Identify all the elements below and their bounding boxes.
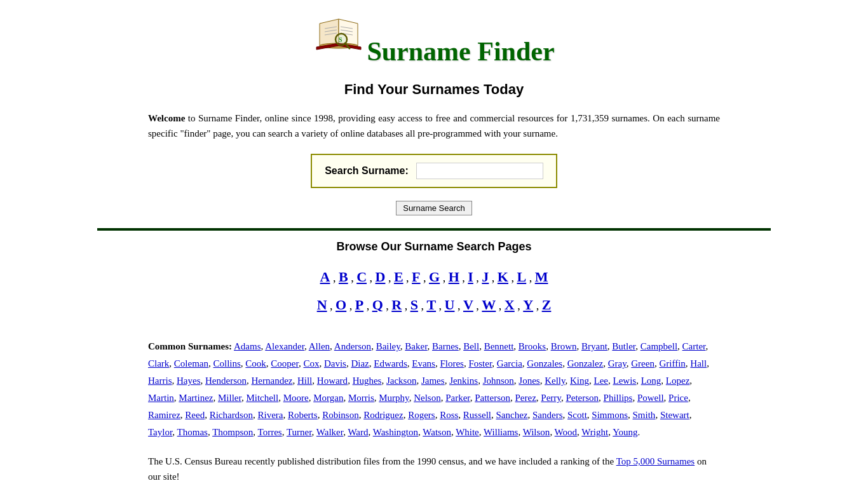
surname-link[interactable]: Gonzalez: [567, 358, 604, 369]
surname-link[interactable]: Peterson: [566, 393, 599, 403]
surname-link[interactable]: Anderson: [334, 341, 371, 351]
surname-link[interactable]: Hernandez: [251, 376, 292, 386]
surname-link[interactable]: Garcia: [497, 358, 522, 369]
surname-link[interactable]: Brown: [551, 341, 577, 351]
surname-link[interactable]: Powell: [637, 393, 664, 403]
alpha-link-u[interactable]: U: [445, 297, 455, 313]
surname-link[interactable]: Simmons: [592, 410, 628, 420]
surname-link[interactable]: Griffin: [659, 358, 685, 369]
alpha-link-h[interactable]: H: [449, 269, 459, 285]
alpha-link-f[interactable]: F: [412, 269, 420, 285]
surname-link[interactable]: Bennett: [484, 341, 514, 351]
surname-link[interactable]: Howard: [317, 376, 348, 386]
surname-link[interactable]: Brooks: [519, 341, 546, 351]
surname-link[interactable]: Davis: [324, 358, 346, 369]
alpha-link-d[interactable]: D: [376, 269, 386, 285]
surname-link[interactable]: Martinez: [179, 393, 213, 403]
alpha-link-y[interactable]: Y: [523, 297, 533, 313]
alpha-link-k[interactable]: K: [498, 269, 508, 285]
surname-link[interactable]: White: [456, 427, 479, 437]
surname-link[interactable]: Hall: [690, 358, 707, 369]
surname-link[interactable]: Williams: [484, 427, 518, 437]
surname-link[interactable]: Bryant: [581, 341, 607, 351]
surname-link[interactable]: Moore: [283, 393, 309, 403]
alpha-link-l[interactable]: L: [517, 269, 526, 285]
surname-link[interactable]: Roberts: [288, 410, 318, 420]
surname-link[interactable]: Russell: [463, 410, 491, 420]
surname-link[interactable]: Ward: [348, 427, 368, 437]
alpha-link-s[interactable]: S: [410, 297, 418, 313]
surname-link[interactable]: Allen: [309, 341, 330, 351]
surname-link[interactable]: Bell: [463, 341, 479, 351]
surname-link[interactable]: Miller: [218, 393, 241, 403]
surname-link[interactable]: Bailey: [376, 341, 400, 351]
surname-link[interactable]: Clark: [148, 358, 169, 369]
surname-link[interactable]: Murphy: [379, 393, 409, 403]
surname-link[interactable]: Coleman: [174, 358, 208, 369]
surname-link[interactable]: Rivera: [257, 410, 283, 420]
surname-link[interactable]: King: [570, 376, 589, 386]
surname-link[interactable]: Phillips: [604, 393, 633, 403]
alpha-link-c[interactable]: C: [356, 269, 367, 285]
alpha-link-v[interactable]: V: [463, 297, 473, 313]
surname-link[interactable]: Sanchez: [496, 410, 528, 420]
alpha-link-m[interactable]: M: [535, 269, 548, 285]
surname-link[interactable]: James: [421, 376, 445, 386]
surname-link[interactable]: Jenkins: [449, 376, 478, 386]
surname-link[interactable]: Thompson: [212, 427, 253, 437]
surname-link[interactable]: Richardson: [210, 410, 253, 420]
alpha-link-r[interactable]: R: [391, 297, 402, 313]
surname-link[interactable]: Parker: [445, 393, 470, 403]
surname-link[interactable]: Barnes: [432, 341, 459, 351]
surname-link[interactable]: Taylor: [148, 427, 172, 437]
surname-link[interactable]: Lewis: [613, 376, 637, 386]
surname-link[interactable]: Nelson: [414, 393, 441, 403]
surname-link[interactable]: Foster: [468, 358, 492, 369]
surname-link[interactable]: Carter: [682, 341, 706, 351]
alpha-link-x[interactable]: X: [505, 297, 515, 313]
surname-link[interactable]: Edwards: [374, 358, 407, 369]
surname-link[interactable]: Walker: [316, 427, 343, 437]
alpha-link-g[interactable]: G: [429, 269, 440, 285]
surname-link[interactable]: Kelly: [545, 376, 565, 386]
surname-link[interactable]: Young: [613, 427, 637, 437]
surname-link[interactable]: Perry: [541, 393, 561, 403]
surname-link[interactable]: Alexander: [265, 341, 304, 351]
alpha-link-n[interactable]: N: [317, 297, 327, 313]
surname-link[interactable]: Mitchell: [246, 393, 278, 403]
top-5000-link[interactable]: Top 5,000 Surnames: [616, 456, 695, 466]
surname-link[interactable]: Cooper: [271, 358, 299, 369]
surname-link[interactable]: Stewart: [660, 410, 689, 420]
alpha-link-e[interactable]: E: [394, 269, 403, 285]
surname-link[interactable]: Washington: [373, 427, 418, 437]
surname-link[interactable]: Collins: [213, 358, 240, 369]
surname-link[interactable]: Reed: [185, 410, 205, 420]
surname-link[interactable]: Hill: [297, 376, 312, 386]
surname-link[interactable]: Johnson: [483, 376, 514, 386]
surname-link[interactable]: Cox: [303, 358, 319, 369]
surname-link[interactable]: Wright: [581, 427, 608, 437]
alpha-link-j[interactable]: J: [482, 269, 489, 285]
surname-link[interactable]: Wilson: [523, 427, 550, 437]
surname-link[interactable]: Sanders: [532, 410, 563, 420]
surname-link[interactable]: Morris: [348, 393, 374, 403]
surname-link[interactable]: Gray: [608, 358, 627, 369]
surname-link[interactable]: Torres: [258, 427, 282, 437]
surname-link[interactable]: Robinson: [322, 410, 359, 420]
alpha-link-b[interactable]: B: [339, 269, 348, 285]
alpha-link-p[interactable]: P: [355, 297, 363, 313]
surname-search-button[interactable]: Surname Search: [396, 201, 472, 215]
surname-link[interactable]: Price: [668, 393, 688, 403]
surname-link[interactable]: Ramirez: [148, 410, 180, 420]
surname-link[interactable]: Henderson: [205, 376, 247, 386]
surname-link[interactable]: Gonzales: [527, 358, 562, 369]
surname-link[interactable]: Lopez: [666, 376, 689, 386]
alpha-link-z[interactable]: Z: [542, 297, 552, 313]
surname-link[interactable]: Turner: [287, 427, 312, 437]
surname-link[interactable]: Hughes: [353, 376, 382, 386]
surname-link[interactable]: Cook: [245, 358, 266, 369]
alpha-link-w[interactable]: W: [482, 297, 496, 313]
surname-link[interactable]: Flores: [440, 358, 464, 369]
surname-link[interactable]: Patterson: [475, 393, 510, 403]
surname-link[interactable]: Adams: [234, 341, 261, 351]
